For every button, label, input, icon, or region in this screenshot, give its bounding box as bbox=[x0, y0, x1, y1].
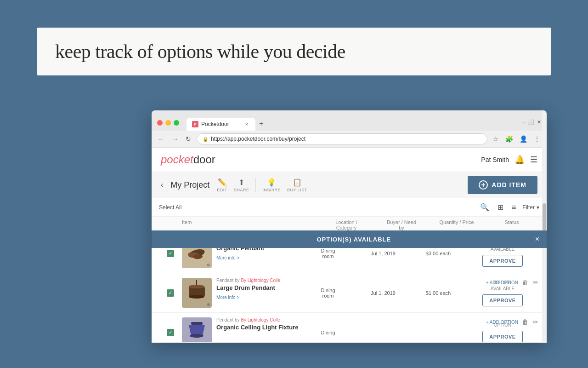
delete-button-3[interactable]: 🗑 bbox=[521, 317, 529, 327]
notification-button[interactable]: 🔔 bbox=[514, 155, 525, 165]
buy-list-icon: 📋 bbox=[293, 178, 302, 187]
col-quantity: Quantity / Price bbox=[429, 219, 484, 230]
edit-row-button-3[interactable]: ✏ bbox=[532, 317, 539, 327]
tab-label: Pocketdoor bbox=[201, 121, 229, 127]
select-all-label[interactable]: Select All bbox=[159, 204, 181, 211]
project-name: My Project bbox=[170, 180, 209, 190]
profile-button[interactable]: 👤 bbox=[518, 134, 529, 144]
svg-point-6 bbox=[189, 285, 204, 288]
more-options-button[interactable]: ⋮ bbox=[532, 134, 542, 144]
col-item: Item bbox=[182, 219, 319, 230]
filter-label: Filter bbox=[522, 204, 535, 211]
scrollbar-thumb[interactable] bbox=[543, 203, 546, 231]
item-name-2: Large Drum Pendant bbox=[216, 284, 300, 291]
pendant-drum-svg bbox=[184, 280, 209, 305]
edit-row-button-2[interactable]: ✏ bbox=[532, 278, 539, 287]
browser-tabs: P Pocketdoor × + bbox=[183, 117, 271, 131]
browser-window: P Pocketdoor × + − ⬜ ✕ ← → ↻ 🔒 https://a… bbox=[152, 110, 547, 343]
row-checkbox-3[interactable]: ✓ bbox=[159, 329, 182, 336]
menu-button[interactable]: ☰ bbox=[530, 155, 537, 165]
item-details-3: Pendant by By Lightology Colle Organic C… bbox=[216, 317, 300, 332]
checkbox-checked-icon: ✓ bbox=[167, 329, 174, 336]
table-row: ✓ Pe bbox=[152, 313, 547, 343]
browser-actions: ☆ 🧩 👤 ⋮ bbox=[491, 134, 542, 144]
options-close-button[interactable]: × bbox=[535, 235, 539, 243]
grid-view-button[interactable]: ⊞ bbox=[496, 202, 505, 213]
row-quantity-2: $1.00 each bbox=[411, 290, 466, 296]
address-bar[interactable]: 🔒 https://app.pocketdoor.com/buy/project bbox=[197, 133, 487, 144]
bookmark-button[interactable]: ☆ bbox=[491, 134, 501, 144]
item-brand-2: By Lightology Colle bbox=[241, 278, 280, 283]
item-name-3: Organic Ceiling Light Fixture bbox=[216, 324, 300, 331]
window-minimize-button[interactable] bbox=[165, 120, 171, 126]
add-item-plus-icon: + bbox=[479, 180, 488, 190]
list-view-button[interactable]: ≡ bbox=[510, 202, 518, 213]
item-image-2: ⊕ bbox=[182, 278, 212, 308]
inspire-icon: 💡 bbox=[267, 178, 276, 187]
zoom-icon-1[interactable]: ⊕ bbox=[207, 263, 210, 267]
new-tab-button[interactable]: + bbox=[255, 117, 267, 131]
approve-button-3[interactable]: APPROVE bbox=[482, 331, 522, 343]
share-icon: ⬆ bbox=[238, 178, 244, 187]
row-checkbox-2[interactable]: ✓ bbox=[159, 289, 182, 297]
project-toolbar: ‹ My Project ✏️ EDIT ⬆ SHARE 💡 INSPIRE 📋 bbox=[152, 172, 547, 198]
approve-button-1[interactable]: APPROVE bbox=[482, 255, 522, 267]
window-close-button[interactable] bbox=[157, 120, 163, 126]
browser-minimize-button[interactable]: − bbox=[522, 119, 525, 125]
svg-rect-8 bbox=[191, 322, 203, 325]
add-item-button[interactable]: + ADD ITEM bbox=[468, 176, 537, 194]
add-option-link-3[interactable]: + ADD OPTION bbox=[486, 320, 518, 325]
window-controls bbox=[157, 120, 179, 126]
browser-back-button[interactable]: ← bbox=[156, 134, 166, 144]
row-quantity-1: $3.00 each bbox=[411, 251, 466, 256]
hero-banner: keep track of options while you decide bbox=[37, 28, 551, 75]
logo-pocket: pocket bbox=[161, 153, 193, 166]
delete-button-2[interactable]: 🗑 bbox=[521, 278, 529, 287]
browser-reload-button[interactable]: ↻ bbox=[184, 134, 193, 144]
window-maximize-button[interactable] bbox=[174, 120, 179, 126]
search-button[interactable]: 🔍 bbox=[478, 202, 491, 213]
browser-scrollbar[interactable] bbox=[542, 110, 547, 343]
filter-button[interactable]: Filter ▾ bbox=[522, 204, 539, 211]
row-item-3: Pendant by By Lightology Colle Organic C… bbox=[182, 317, 300, 343]
browser-restore-button[interactable]: ⬜ bbox=[528, 119, 534, 125]
item-image-3 bbox=[182, 317, 212, 343]
options-overlay: OPTION(S) AVAILABLE × bbox=[152, 230, 547, 248]
browser-forward-button[interactable]: → bbox=[170, 134, 180, 144]
item-type-2: Pendant by By Lightology Colle bbox=[216, 278, 300, 283]
item-more-info-link-1[interactable]: More info > bbox=[216, 255, 239, 260]
extensions-button[interactable]: 🧩 bbox=[503, 134, 515, 144]
zoom-icon-2[interactable]: ⊕ bbox=[207, 302, 210, 307]
add-item-label: ADD ITEM bbox=[492, 181, 526, 189]
item-more-info-link-2[interactable]: More info > bbox=[216, 295, 239, 300]
browser-close-button[interactable]: ✕ bbox=[537, 119, 541, 125]
inspire-button[interactable]: 💡 INSPIRE bbox=[262, 178, 281, 192]
row-location-3: Dining bbox=[300, 330, 356, 335]
checkbox-checked-icon: ✓ bbox=[167, 250, 174, 257]
tab-close-button[interactable]: × bbox=[243, 121, 250, 127]
item-details-2: Pendant by By Lightology Colle Large Dru… bbox=[216, 278, 300, 301]
item-brand-3: By Lightology Colle bbox=[241, 317, 280, 322]
checkbox-checked-icon: ✓ bbox=[167, 289, 174, 297]
address-text: https://app.pocketdoor.com/buy/project bbox=[211, 136, 305, 142]
row-checkbox-1[interactable]: ✓ bbox=[159, 250, 182, 257]
row-location-2: Diningroom bbox=[300, 288, 356, 299]
add-option-link-2[interactable]: + ADD OPTION bbox=[486, 280, 518, 285]
col-status: Status bbox=[484, 219, 539, 230]
row-item-2: ⊕ Pendant by By Lightology Colle Large D… bbox=[182, 278, 300, 308]
app-logo: pocketdoor bbox=[161, 153, 215, 166]
edit-icon: ✏️ bbox=[218, 178, 227, 187]
buy-list-button[interactable]: 📋 BUY LIST bbox=[287, 178, 307, 192]
col-checkbox bbox=[159, 219, 182, 230]
filter-chevron-icon: ▾ bbox=[537, 204, 539, 211]
active-tab[interactable]: P Pocketdoor × bbox=[187, 118, 255, 131]
row-buyer-2: Jul 1, 2019 bbox=[356, 290, 411, 296]
project-nav-back-button[interactable]: ‹ bbox=[161, 181, 163, 189]
inspire-label: INSPIRE bbox=[262, 188, 281, 192]
table-controls: Select All 🔍 ⊞ ≡ Filter ▾ bbox=[152, 198, 547, 217]
edit-button[interactable]: ✏️ EDIT bbox=[217, 178, 227, 192]
svg-point-10 bbox=[190, 334, 204, 338]
share-button[interactable]: ⬆ SHARE bbox=[234, 178, 249, 192]
approve-button-2[interactable]: APPROVE bbox=[482, 294, 522, 306]
toolbar-actions: ✏️ EDIT ⬆ SHARE 💡 INSPIRE 📋 BUY LIST bbox=[217, 178, 307, 192]
